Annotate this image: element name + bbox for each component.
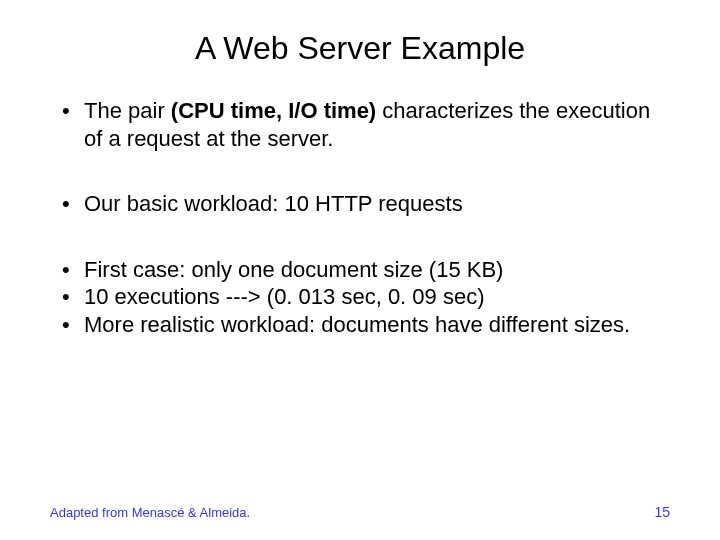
bullet-text: First case: only one document size (15 K… bbox=[84, 257, 503, 282]
bullet-item: Our basic workload: 10 HTTP requests bbox=[60, 190, 670, 218]
bullet-text: The pair bbox=[84, 98, 171, 123]
spacer bbox=[50, 152, 670, 190]
bullet-list: Our basic workload: 10 HTTP requests bbox=[50, 190, 670, 218]
bullet-text: Our basic workload: 10 HTTP requests bbox=[84, 191, 463, 216]
bullet-item: 10 executions ---> (0. 013 sec, 0. 09 se… bbox=[60, 283, 670, 311]
bullet-text: More realistic workload: documents have … bbox=[84, 312, 630, 337]
slide: A Web Server Example The pair (CPU time,… bbox=[0, 0, 720, 540]
bullet-text-bold: (CPU time, I/O time) bbox=[171, 98, 376, 123]
bullet-list: The pair (CPU time, I/O time) characteri… bbox=[50, 97, 670, 152]
spacer bbox=[50, 218, 670, 256]
bullet-text: 10 executions ---> (0. 013 sec, 0. 09 se… bbox=[84, 284, 484, 309]
bullet-list: First case: only one document size (15 K… bbox=[50, 256, 670, 339]
bullet-item: The pair (CPU time, I/O time) characteri… bbox=[60, 97, 670, 152]
page-number: 15 bbox=[654, 504, 670, 520]
bullet-item: More realistic workload: documents have … bbox=[60, 311, 670, 339]
footer: Adapted from Menascé & Almeida. 15 bbox=[50, 504, 670, 520]
bullet-item: First case: only one document size (15 K… bbox=[60, 256, 670, 284]
footer-attribution: Adapted from Menascé & Almeida. bbox=[50, 505, 250, 520]
slide-title: A Web Server Example bbox=[50, 30, 670, 67]
